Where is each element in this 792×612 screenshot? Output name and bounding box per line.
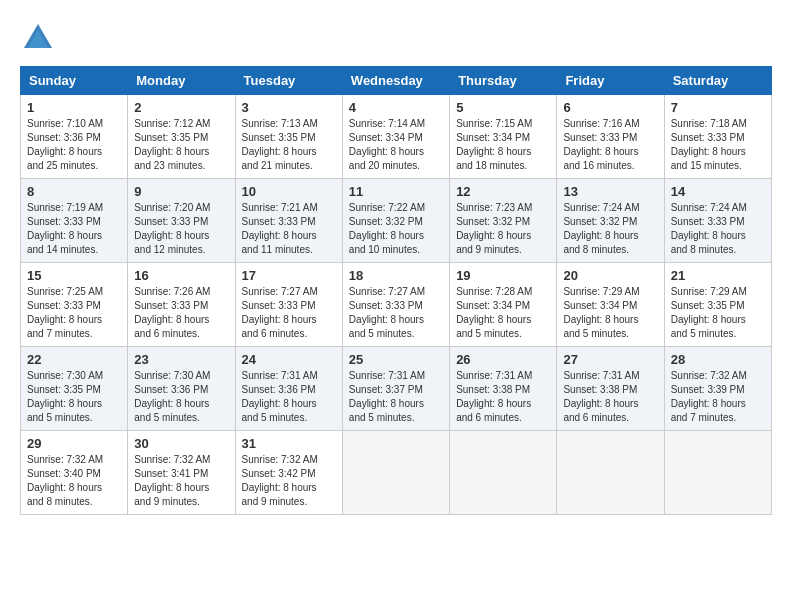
calendar-cell: 18 Sunrise: 7:27 AM Sunset: 3:33 PM Dayl…	[342, 263, 449, 347]
calendar-cell: 12 Sunrise: 7:23 AM Sunset: 3:32 PM Dayl…	[450, 179, 557, 263]
day-info: Sunrise: 7:23 AM Sunset: 3:32 PM Dayligh…	[456, 201, 550, 257]
day-info: Sunrise: 7:19 AM Sunset: 3:33 PM Dayligh…	[27, 201, 121, 257]
day-number: 18	[349, 268, 443, 283]
day-number: 22	[27, 352, 121, 367]
calendar-cell: 25 Sunrise: 7:31 AM Sunset: 3:37 PM Dayl…	[342, 347, 449, 431]
day-info: Sunrise: 7:21 AM Sunset: 3:33 PM Dayligh…	[242, 201, 336, 257]
calendar-week-row: 8 Sunrise: 7:19 AM Sunset: 3:33 PM Dayli…	[21, 179, 772, 263]
day-number: 5	[456, 100, 550, 115]
logo-icon	[20, 20, 56, 56]
day-info: Sunrise: 7:30 AM Sunset: 3:35 PM Dayligh…	[27, 369, 121, 425]
day-number: 27	[563, 352, 657, 367]
calendar-cell: 5 Sunrise: 7:15 AM Sunset: 3:34 PM Dayli…	[450, 95, 557, 179]
day-info: Sunrise: 7:27 AM Sunset: 3:33 PM Dayligh…	[349, 285, 443, 341]
day-info: Sunrise: 7:32 AM Sunset: 3:39 PM Dayligh…	[671, 369, 765, 425]
calendar-cell: 16 Sunrise: 7:26 AM Sunset: 3:33 PM Dayl…	[128, 263, 235, 347]
day-number: 29	[27, 436, 121, 451]
calendar-cell: 27 Sunrise: 7:31 AM Sunset: 3:38 PM Dayl…	[557, 347, 664, 431]
day-info: Sunrise: 7:10 AM Sunset: 3:36 PM Dayligh…	[27, 117, 121, 173]
day-number: 25	[349, 352, 443, 367]
day-number: 10	[242, 184, 336, 199]
calendar-cell: 24 Sunrise: 7:31 AM Sunset: 3:36 PM Dayl…	[235, 347, 342, 431]
day-info: Sunrise: 7:32 AM Sunset: 3:40 PM Dayligh…	[27, 453, 121, 509]
day-number: 3	[242, 100, 336, 115]
day-number: 4	[349, 100, 443, 115]
logo	[20, 20, 60, 56]
day-number: 14	[671, 184, 765, 199]
day-number: 7	[671, 100, 765, 115]
day-info: Sunrise: 7:29 AM Sunset: 3:34 PM Dayligh…	[563, 285, 657, 341]
day-number: 28	[671, 352, 765, 367]
calendar-cell: 11 Sunrise: 7:22 AM Sunset: 3:32 PM Dayl…	[342, 179, 449, 263]
day-number: 1	[27, 100, 121, 115]
day-number: 31	[242, 436, 336, 451]
calendar-cell: 30 Sunrise: 7:32 AM Sunset: 3:41 PM Dayl…	[128, 431, 235, 515]
calendar-cell: 22 Sunrise: 7:30 AM Sunset: 3:35 PM Dayl…	[21, 347, 128, 431]
day-info: Sunrise: 7:32 AM Sunset: 3:41 PM Dayligh…	[134, 453, 228, 509]
calendar-cell: 8 Sunrise: 7:19 AM Sunset: 3:33 PM Dayli…	[21, 179, 128, 263]
day-info: Sunrise: 7:31 AM Sunset: 3:38 PM Dayligh…	[563, 369, 657, 425]
day-number: 24	[242, 352, 336, 367]
col-friday: Friday	[557, 67, 664, 95]
calendar-cell: 9 Sunrise: 7:20 AM Sunset: 3:33 PM Dayli…	[128, 179, 235, 263]
calendar-cell: 15 Sunrise: 7:25 AM Sunset: 3:33 PM Dayl…	[21, 263, 128, 347]
calendar-week-row: 15 Sunrise: 7:25 AM Sunset: 3:33 PM Dayl…	[21, 263, 772, 347]
col-saturday: Saturday	[664, 67, 771, 95]
col-thursday: Thursday	[450, 67, 557, 95]
calendar-cell: 19 Sunrise: 7:28 AM Sunset: 3:34 PM Dayl…	[450, 263, 557, 347]
col-sunday: Sunday	[21, 67, 128, 95]
calendar-cell: 23 Sunrise: 7:30 AM Sunset: 3:36 PM Dayl…	[128, 347, 235, 431]
calendar-week-row: 29 Sunrise: 7:32 AM Sunset: 3:40 PM Dayl…	[21, 431, 772, 515]
day-info: Sunrise: 7:22 AM Sunset: 3:32 PM Dayligh…	[349, 201, 443, 257]
day-info: Sunrise: 7:26 AM Sunset: 3:33 PM Dayligh…	[134, 285, 228, 341]
day-info: Sunrise: 7:30 AM Sunset: 3:36 PM Dayligh…	[134, 369, 228, 425]
calendar-cell: 21 Sunrise: 7:29 AM Sunset: 3:35 PM Dayl…	[664, 263, 771, 347]
day-info: Sunrise: 7:31 AM Sunset: 3:36 PM Dayligh…	[242, 369, 336, 425]
calendar-cell: 1 Sunrise: 7:10 AM Sunset: 3:36 PM Dayli…	[21, 95, 128, 179]
calendar-table: Sunday Monday Tuesday Wednesday Thursday…	[20, 66, 772, 515]
calendar-cell: 6 Sunrise: 7:16 AM Sunset: 3:33 PM Dayli…	[557, 95, 664, 179]
day-number: 12	[456, 184, 550, 199]
col-wednesday: Wednesday	[342, 67, 449, 95]
day-number: 23	[134, 352, 228, 367]
calendar-cell: 3 Sunrise: 7:13 AM Sunset: 3:35 PM Dayli…	[235, 95, 342, 179]
day-info: Sunrise: 7:29 AM Sunset: 3:35 PM Dayligh…	[671, 285, 765, 341]
day-info: Sunrise: 7:24 AM Sunset: 3:33 PM Dayligh…	[671, 201, 765, 257]
day-info: Sunrise: 7:15 AM Sunset: 3:34 PM Dayligh…	[456, 117, 550, 173]
calendar-cell: 13 Sunrise: 7:24 AM Sunset: 3:32 PM Dayl…	[557, 179, 664, 263]
calendar-cell	[450, 431, 557, 515]
day-number: 21	[671, 268, 765, 283]
day-number: 8	[27, 184, 121, 199]
calendar-cell	[557, 431, 664, 515]
calendar-cell: 31 Sunrise: 7:32 AM Sunset: 3:42 PM Dayl…	[235, 431, 342, 515]
calendar-week-row: 1 Sunrise: 7:10 AM Sunset: 3:36 PM Dayli…	[21, 95, 772, 179]
col-tuesday: Tuesday	[235, 67, 342, 95]
col-monday: Monday	[128, 67, 235, 95]
day-number: 11	[349, 184, 443, 199]
day-info: Sunrise: 7:14 AM Sunset: 3:34 PM Dayligh…	[349, 117, 443, 173]
calendar-cell: 4 Sunrise: 7:14 AM Sunset: 3:34 PM Dayli…	[342, 95, 449, 179]
day-number: 20	[563, 268, 657, 283]
day-info: Sunrise: 7:27 AM Sunset: 3:33 PM Dayligh…	[242, 285, 336, 341]
calendar-cell: 7 Sunrise: 7:18 AM Sunset: 3:33 PM Dayli…	[664, 95, 771, 179]
day-info: Sunrise: 7:24 AM Sunset: 3:32 PM Dayligh…	[563, 201, 657, 257]
calendar-cell: 26 Sunrise: 7:31 AM Sunset: 3:38 PM Dayl…	[450, 347, 557, 431]
day-info: Sunrise: 7:32 AM Sunset: 3:42 PM Dayligh…	[242, 453, 336, 509]
day-info: Sunrise: 7:28 AM Sunset: 3:34 PM Dayligh…	[456, 285, 550, 341]
calendar-cell: 20 Sunrise: 7:29 AM Sunset: 3:34 PM Dayl…	[557, 263, 664, 347]
day-number: 19	[456, 268, 550, 283]
calendar-cell: 28 Sunrise: 7:32 AM Sunset: 3:39 PM Dayl…	[664, 347, 771, 431]
calendar-cell: 2 Sunrise: 7:12 AM Sunset: 3:35 PM Dayli…	[128, 95, 235, 179]
calendar-cell	[664, 431, 771, 515]
day-info: Sunrise: 7:31 AM Sunset: 3:38 PM Dayligh…	[456, 369, 550, 425]
calendar-cell: 10 Sunrise: 7:21 AM Sunset: 3:33 PM Dayl…	[235, 179, 342, 263]
day-number: 9	[134, 184, 228, 199]
day-info: Sunrise: 7:25 AM Sunset: 3:33 PM Dayligh…	[27, 285, 121, 341]
day-info: Sunrise: 7:13 AM Sunset: 3:35 PM Dayligh…	[242, 117, 336, 173]
day-info: Sunrise: 7:12 AM Sunset: 3:35 PM Dayligh…	[134, 117, 228, 173]
calendar-cell: 14 Sunrise: 7:24 AM Sunset: 3:33 PM Dayl…	[664, 179, 771, 263]
day-info: Sunrise: 7:20 AM Sunset: 3:33 PM Dayligh…	[134, 201, 228, 257]
day-number: 15	[27, 268, 121, 283]
calendar-week-row: 22 Sunrise: 7:30 AM Sunset: 3:35 PM Dayl…	[21, 347, 772, 431]
day-info: Sunrise: 7:31 AM Sunset: 3:37 PM Dayligh…	[349, 369, 443, 425]
